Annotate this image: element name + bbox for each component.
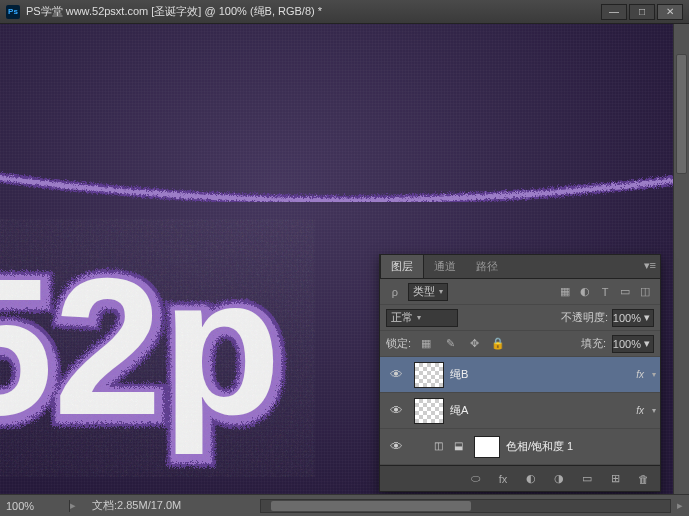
layer-row[interactable]: 👁 绳A fx▾ xyxy=(380,393,660,429)
opacity-input[interactable]: 100%▾ xyxy=(612,309,654,327)
svg-text:52p: 52p xyxy=(0,237,281,455)
panel-menu-icon[interactable]: ▾≡ xyxy=(644,259,656,272)
layer-fx-icon[interactable]: fx xyxy=(494,470,512,488)
tab-layers[interactable]: 图层 xyxy=(380,254,424,278)
layer-thumbnail[interactable] xyxy=(414,362,444,388)
fill-label: 填充: xyxy=(581,336,606,351)
filter-type-icon[interactable]: T xyxy=(596,283,614,301)
search-icon[interactable]: ρ xyxy=(386,283,404,301)
tab-paths[interactable]: 路径 xyxy=(466,255,508,278)
lock-pixels-icon[interactable]: ✎ xyxy=(441,335,459,353)
layer-name[interactable]: 绳B xyxy=(450,367,630,382)
filter-adjust-icon[interactable]: ◐ xyxy=(576,283,594,301)
chevron-down-icon[interactable]: ▾ xyxy=(652,370,656,379)
delete-layer-icon[interactable]: 🗑 xyxy=(634,470,652,488)
maximize-button[interactable]: □ xyxy=(629,4,655,20)
horizontal-scrollbar[interactable] xyxy=(260,499,671,513)
scrollbar-thumb[interactable] xyxy=(271,501,471,511)
app-icon: Ps xyxy=(6,5,20,19)
filter-pixel-icon[interactable]: ▦ xyxy=(556,283,574,301)
layer-row[interactable]: 👁 ◫ ⬓ 色相/饱和度 1 xyxy=(380,429,660,465)
chevron-down-icon[interactable]: ▾ xyxy=(652,406,656,415)
fill-input[interactable]: 100%▾ xyxy=(612,335,654,353)
layer-name[interactable]: 绳A xyxy=(450,403,630,418)
filter-shape-icon[interactable]: ▭ xyxy=(616,283,634,301)
visibility-icon[interactable]: 👁 xyxy=(384,363,408,387)
new-adjustment-icon[interactable]: ◑ xyxy=(550,470,568,488)
add-mask-icon[interactable]: ◐ xyxy=(522,470,540,488)
layer-row[interactable]: 👁 绳B fx▾ xyxy=(380,357,660,393)
link-layers-icon[interactable]: ⬭ xyxy=(466,470,484,488)
chevron-right-icon[interactable]: ▸ xyxy=(70,499,76,512)
scrollbar-thumb[interactable] xyxy=(676,54,687,174)
new-layer-icon[interactable]: ⊞ xyxy=(606,470,624,488)
blend-mode-select[interactable]: 正常▾ xyxy=(386,309,458,327)
tab-channels[interactable]: 通道 xyxy=(424,255,466,278)
visibility-icon[interactable]: 👁 xyxy=(384,399,408,423)
layer-mask-thumbnail[interactable] xyxy=(474,436,500,458)
opacity-label: 不透明度: xyxy=(561,310,608,325)
visibility-icon[interactable]: 👁 xyxy=(384,435,408,459)
new-group-icon[interactable]: ▭ xyxy=(578,470,596,488)
zoom-level[interactable]: 100% xyxy=(0,500,70,512)
layer-thumbnail[interactable] xyxy=(414,398,444,424)
adjust-hsb-icon: ◫ xyxy=(434,440,448,454)
lock-position-icon[interactable]: ✥ xyxy=(465,335,483,353)
lock-all-icon[interactable]: 🔒 xyxy=(489,335,507,353)
fx-badge[interactable]: fx xyxy=(636,369,644,380)
close-button[interactable]: ✕ xyxy=(657,4,683,20)
lock-label: 锁定: xyxy=(386,336,411,351)
layer-list: 👁 绳B fx▾ 👁 绳A fx▾ 👁 ◫ ⬓ 色相/饱和度 1 xyxy=(380,357,660,465)
fx-badge[interactable]: fx xyxy=(636,405,644,416)
chevron-right-icon[interactable]: ▸ xyxy=(677,499,683,512)
layers-panel: 图层 通道 路径 ▾≡ ρ 类型▾ ▦ ◐ T ▭ ◫ 正常▾ 不透明度: 10… xyxy=(379,254,661,492)
minimize-button[interactable]: — xyxy=(601,4,627,20)
window-title: PS学堂 www.52psxt.com [圣诞字效] @ 100% (绳B, R… xyxy=(26,4,601,19)
filter-kind-select[interactable]: 类型▾ xyxy=(408,283,448,301)
lock-transparency-icon[interactable]: ▦ xyxy=(417,335,435,353)
filter-smart-icon[interactable]: ◫ xyxy=(636,283,654,301)
vertical-scrollbar[interactable] xyxy=(673,24,689,494)
clip-icon: ⬓ xyxy=(454,440,468,454)
layer-name[interactable]: 色相/饱和度 1 xyxy=(506,439,656,454)
